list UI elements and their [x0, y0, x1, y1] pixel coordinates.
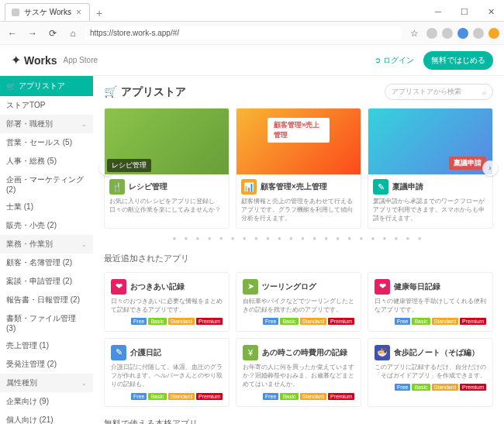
- tag-basic: Basic: [280, 393, 298, 400]
- card-desc: 日々の健康管理を手助けしてくれる便利なアプリです。: [375, 297, 486, 314]
- card-title: 健康毎日記録: [394, 281, 440, 292]
- sidebar-item[interactable]: 受発注管理 (2): [0, 355, 93, 374]
- card-title: 食歩記ノート（そば編）: [394, 347, 479, 358]
- sidebar-group-attr[interactable]: 属性種別⌄: [0, 374, 93, 392]
- plan-tags: Free Basic Standard Premium: [111, 318, 223, 325]
- sidebar-item[interactable]: 売上管理 (1): [0, 336, 93, 355]
- search-icon: ⌕: [482, 88, 486, 96]
- sidebar-group-task[interactable]: 業務・作業別⌄: [0, 235, 93, 253]
- app-icon: ❤: [111, 279, 126, 295]
- app-card[interactable]: 🍜 食歩記ノート（そば編） このアプリに記録するだけ、自分だけの「そばガイドアプ…: [368, 338, 493, 407]
- carousel-dots[interactable]: ● ● ● ● ● ● ● ● ● ● ● ● ● ● ● ● ● ● ● ● …: [104, 235, 493, 242]
- tag-standard: Standard: [168, 318, 195, 325]
- minimize-button[interactable]: ─: [425, 2, 451, 21]
- tag-basic: Basic: [412, 384, 430, 391]
- browser-tab[interactable]: サスケ Works ×: [5, 3, 90, 21]
- home-button[interactable]: ⌂: [65, 26, 81, 41]
- app-card[interactable]: ✎ 介護日記 介護日記に付随して、体温、血圧のグラフが作れます。ヘルパーさんとの…: [104, 338, 230, 407]
- page-title: 🛒 アプリストア: [104, 85, 186, 99]
- card-desc: お気に入りのレシピをアプリに登録し日々の献立作業を楽にしてみませんか？: [109, 197, 224, 214]
- card-desc: このアプリに記録するだけ、自分だけの「そばガイドアプリ」を作成できます。: [375, 363, 486, 380]
- sidebar-group-dept[interactable]: 部署・職種別⌄: [0, 115, 93, 133]
- tag-basic: Basic: [280, 318, 298, 325]
- sidebar-item[interactable]: 顧客・名簿管理 (2): [0, 253, 93, 272]
- image-badge: 稟議申請: [449, 157, 486, 170]
- feature-card[interactable]: 顧客管理×売上管理 📊 顧客管理×売上管理 顧客情報と売上の管理をあわせて行える…: [236, 108, 361, 229]
- tag-basic: Basic: [148, 393, 166, 400]
- sidebar-item[interactable]: 企画・マーケティング (2): [0, 171, 93, 198]
- card-desc: お年寄の人に何を買ったか覚えていますか？冠婚葬祭やおみま、お歳暮などまとめてはい…: [243, 363, 354, 389]
- app-card[interactable]: ❤ 健康毎日記録 日々の健康管理を手助けしてくれる便利なアプリです。 Free …: [368, 272, 493, 332]
- app-card[interactable]: ➤ ツーリングログ 自転車やバイクなどでツーリングしたときの記録を残すためのアプ…: [236, 272, 361, 332]
- star-icon[interactable]: ☆: [406, 26, 422, 41]
- tag-standard: Standard: [300, 393, 326, 400]
- close-icon[interactable]: ×: [76, 7, 81, 18]
- address-bar: ← → ⟳ ⌂ https://store.work-s.app/#/ ☆: [0, 22, 504, 45]
- tag-standard: Standard: [432, 384, 458, 391]
- sidebar-item[interactable]: 個人向け (21): [0, 411, 93, 424]
- extension-icon[interactable]: [488, 28, 499, 39]
- sidebar-item[interactable]: 人事・総務 (5): [0, 152, 93, 171]
- section-title-free: 無料で使える本格アプリ: [104, 418, 493, 425]
- browser-titlebar: サスケ Works × + ─ ☐ ✕: [0, 0, 504, 22]
- app-card[interactable]: ❤ おつきあい記録 日々のおつきあいに必要な情報をまとめて記録できるアプリです。…: [104, 272, 230, 332]
- sidebar-item[interactable]: 案談・申請管理 (2): [0, 272, 93, 291]
- sidebar-item[interactable]: 士業 (1): [0, 198, 93, 216]
- app-icon: 🍴: [109, 179, 125, 195]
- plan-tags: Free Basic Standard Premium: [243, 393, 354, 400]
- start-free-button[interactable]: 無料ではじめる: [423, 51, 493, 70]
- card-image: 稟議申請: [368, 109, 492, 174]
- sidebar-header[interactable]: 🛒 アプリストア: [0, 76, 93, 96]
- app-icon: ❤: [375, 279, 390, 295]
- extension-icon[interactable]: [426, 28, 437, 39]
- maximize-button[interactable]: ☐: [451, 2, 478, 21]
- card-desc: 稟議申請から承認までのワークフローがアプリで利用できます。スマホからも申請を行え…: [373, 197, 488, 223]
- tag-basic: Basic: [412, 318, 430, 325]
- sidebar-item[interactable]: 営業・セールス (5): [0, 133, 93, 152]
- brand-text: Works: [24, 54, 57, 67]
- sidebar-item[interactable]: 報告書・日報管理 (2): [0, 291, 93, 309]
- image-label: レシピ管理: [107, 159, 151, 172]
- forward-button[interactable]: →: [25, 26, 40, 41]
- card-title: 稟議申請: [392, 181, 423, 192]
- card-title: あの時この時費用の記録: [262, 347, 347, 358]
- carousel-next[interactable]: ›: [482, 160, 498, 176]
- cart-icon: 🛒: [104, 85, 117, 99]
- site-header: ✦ Works App Store ➲ ログイン 無料ではじめる: [0, 45, 504, 76]
- profile-icon[interactable]: [473, 28, 484, 39]
- search-input[interactable]: アプリストアから検索 ⌕: [385, 84, 493, 100]
- extension-icon[interactable]: [442, 28, 453, 39]
- card-desc: 日々のおつきあいに必要な情報をまとめて記録できるアプリです。: [111, 297, 223, 314]
- app-icon: 🍜: [375, 345, 390, 360]
- tag-free: Free: [395, 384, 410, 391]
- tag-premium: Premium: [196, 393, 223, 400]
- main-content: 🛒 アプリストア アプリストアから検索 ⌕ ‹ レシピ管理 🍴 レシピ管理 お気…: [93, 76, 504, 424]
- reload-button[interactable]: ⟳: [45, 26, 60, 41]
- tag-free: Free: [263, 393, 278, 400]
- login-link[interactable]: ➲ ログイン: [375, 55, 414, 66]
- plan-tags: Free Basic Standard Premium: [375, 384, 486, 391]
- sidebar-item[interactable]: 企業向け (9): [0, 392, 93, 411]
- sidebar: 🛒 アプリストア ストアTOP 部署・職種別⌄ 営業・セールス (5)人事・総務…: [0, 76, 93, 424]
- sidebar-item[interactable]: 書類・ファイル管理 (3): [0, 309, 93, 336]
- feature-card[interactable]: 稟議申請 ✎ 稟議申請 稟議申請から承認までのワークフローがアプリで利用できます…: [368, 108, 493, 229]
- logo-icon: ✦: [11, 53, 21, 67]
- app-icon: 📊: [241, 179, 257, 195]
- back-button[interactable]: ←: [5, 26, 20, 41]
- tag-free: Free: [263, 318, 278, 325]
- chevron-down-icon: ⌄: [81, 121, 87, 128]
- tag-premium: Premium: [196, 318, 223, 325]
- sidebar-item[interactable]: 販売・小売 (2): [0, 216, 93, 235]
- card-title: レシピ管理: [129, 181, 167, 192]
- sidebar-item-top[interactable]: ストアTOP: [0, 96, 93, 115]
- brand-sub: App Store: [64, 56, 98, 64]
- card-title: ツーリングログ: [262, 281, 316, 292]
- new-tab-button[interactable]: +: [90, 5, 109, 21]
- app-card[interactable]: ¥ あの時この時費用の記録 お年寄の人に何を買ったか覚えていますか？冠婚葬祭やお…: [236, 338, 361, 407]
- feature-card[interactable]: レシピ管理 🍴 レシピ管理 お気に入りのレシピをアプリに登録し日々の献立作業を楽…: [104, 108, 230, 229]
- url-field[interactable]: https://store.work-s.app/#/: [85, 26, 402, 40]
- close-window-button[interactable]: ✕: [478, 2, 504, 21]
- extension-icon[interactable]: [457, 28, 468, 39]
- plan-tags: Free Basic Standard Premium: [375, 318, 486, 325]
- logo[interactable]: ✦ Works App Store: [11, 53, 98, 67]
